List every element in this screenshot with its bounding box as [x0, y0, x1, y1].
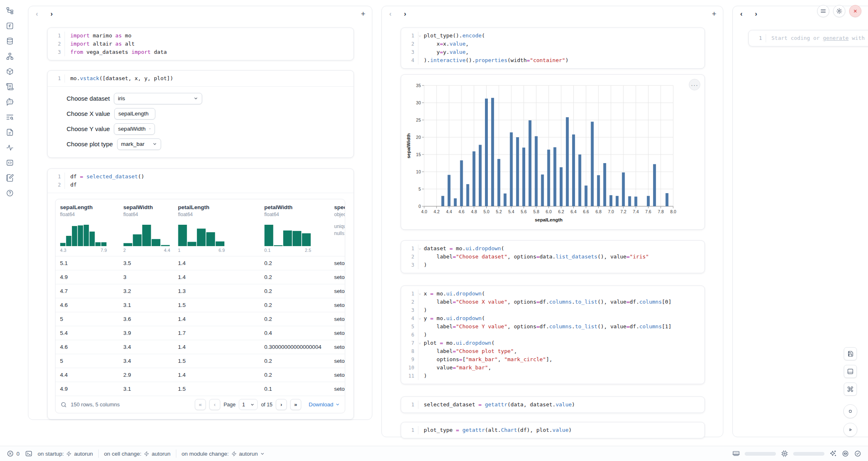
move-column-left-button[interactable]: ‹	[740, 10, 743, 17]
code-editor[interactable]: 1df = selected_dataset()2df	[48, 169, 353, 193]
code-line[interactable]: 3from vega_datasets import data	[48, 48, 348, 56]
code-line[interactable]: 1Start coding or generate with AI.	[749, 34, 868, 42]
error-counter[interactable]: 0	[7, 450, 20, 457]
code-line[interactable]: 7˅plot = mo.ui.dropdown(	[401, 339, 699, 347]
help-icon[interactable]	[6, 189, 14, 197]
y-value-dropdown[interactable]: sepalWidth	[114, 123, 155, 135]
outline-tree-icon[interactable]	[6, 7, 14, 15]
code-line[interactable]: 4˅y = mo.ui.dropdown(	[401, 314, 699, 323]
code-line[interactable]: 2df	[48, 181, 348, 189]
save-button[interactable]	[844, 347, 857, 360]
code-line[interactable]: 3 y=y.value,	[401, 48, 699, 56]
code-line[interactable]: 2 x=x.value,	[401, 40, 699, 48]
last-page-button[interactable]: »	[290, 399, 301, 410]
move-column-left-button[interactable]: ‹	[36, 10, 38, 17]
column-header[interactable]: petalWidthfloat640.12.5	[260, 204, 330, 253]
code-line[interactable]: 10 value="mark_bar",	[401, 364, 699, 372]
next-page-button[interactable]: ›	[276, 399, 287, 410]
fold-chevron-icon[interactable]: ˅	[419, 290, 424, 298]
code-line[interactable]: 1mo.vstack([dataset, x, y, plot])	[48, 74, 348, 83]
fold-chevron-icon[interactable]: ˅	[419, 315, 424, 323]
code-editor[interactable]: 1mo.vstack([dataset, x, y, plot])	[48, 71, 353, 86]
code-line[interactable]: 1plot_type = getattr(alt.Chart(df), plot…	[401, 426, 699, 434]
fold-chevron-icon[interactable]: ˅	[419, 245, 424, 253]
scratchpad-icon[interactable]	[6, 174, 14, 182]
code-line[interactable]: 11)	[401, 372, 699, 380]
svg-text:7.2: 7.2	[620, 209, 626, 214]
menu-button[interactable]	[817, 5, 829, 17]
table-cell: 0.4	[260, 330, 330, 336]
code-editor[interactable]: 1Start coding or generate with AI.	[749, 30, 868, 46]
first-page-button[interactable]: «	[195, 399, 206, 410]
code-line[interactable]: 1˅dataset = mo.ui.dropdown(	[401, 244, 699, 253]
copilot-button[interactable]	[842, 450, 849, 457]
on-module-change-setting[interactable]: on module change: autorun	[182, 451, 265, 457]
column-header[interactable]: sepalWidthfloat6424.4	[119, 204, 173, 253]
code-line[interactable]: 1selected_dataset = getattr(data, datase…	[401, 401, 699, 409]
layout-toggle-button[interactable]	[844, 365, 857, 378]
code-line[interactable]: 2 label="Choose dataset", options=data.l…	[401, 253, 699, 261]
cpu-meter[interactable]	[793, 452, 824, 456]
plot-type-dropdown[interactable]: mark_bar	[117, 138, 161, 150]
code-line[interactable]: 3)	[401, 261, 699, 269]
code-line[interactable]: 1import marimo as mo	[48, 32, 348, 40]
ai-sparkles-button[interactable]	[829, 450, 837, 457]
code-line[interactable]: 2import altair as alt	[48, 40, 348, 48]
terminal-button[interactable]	[25, 450, 32, 457]
move-column-left-button[interactable]: ‹	[389, 10, 392, 17]
ai-chat-icon[interactable]	[6, 98, 14, 106]
run-button[interactable]	[843, 423, 857, 437]
code-line[interactable]: 9 options=["mark_bar", "mark_circle"],	[401, 355, 699, 364]
code-editor[interactable]: 1˅plot_type().encode(2 x=x.value,3 y=y.v…	[401, 28, 704, 68]
snippets-icon[interactable]	[6, 159, 14, 167]
dataset-dropdown[interactable]: iris	[114, 93, 202, 104]
move-column-right-button[interactable]: ›	[404, 10, 406, 17]
fold-chevron-icon[interactable]: ˅	[419, 339, 424, 348]
move-column-right-button[interactable]: ›	[755, 10, 757, 17]
code-line[interactable]: 1˅x = mo.ui.dropdown(	[401, 290, 699, 298]
add-cell-button[interactable]: +	[712, 10, 716, 18]
fold-chevron-icon[interactable]: ˅	[419, 32, 424, 40]
code-line[interactable]: 2 label="Choose X value", options=df.col…	[401, 298, 699, 306]
column-header[interactable]: petalLengthfloat6416.9	[173, 204, 260, 253]
variables-icon[interactable]	[6, 52, 14, 60]
ram-meter[interactable]	[745, 452, 776, 456]
column-header[interactable]: sepalLengthfloat644.37.9	[55, 204, 119, 253]
search-icon[interactable]	[60, 401, 67, 408]
code-editor[interactable]: 1import marimo as mo2import altair as al…	[48, 28, 353, 60]
functions-icon[interactable]	[6, 22, 14, 30]
code-line[interactable]: 5 label="Choose Y value", options=df.col…	[401, 323, 699, 331]
connection-status-button[interactable]	[854, 450, 861, 457]
chart-menu-button[interactable]: ···	[689, 79, 700, 90]
documentation-icon[interactable]	[6, 128, 14, 136]
tracing-icon[interactable]	[6, 143, 14, 152]
code-line[interactable]: 8 label="Choose plot type",	[401, 347, 699, 355]
add-cell-button[interactable]: +	[361, 10, 365, 18]
move-column-right-button[interactable]: ›	[51, 10, 53, 17]
packages-icon[interactable]	[6, 67, 14, 76]
on-cell-change-setting[interactable]: on cell change: autorun	[104, 451, 171, 457]
page-select[interactable]: 1	[239, 399, 258, 410]
code-line[interactable]: 1˅plot_type().encode(	[401, 32, 699, 40]
scripts-icon[interactable]	[6, 83, 14, 91]
console-button[interactable]	[843, 404, 857, 418]
code-editor[interactable]: 1selected_dataset = getattr(data, datase…	[401, 397, 704, 413]
code-editor[interactable]: 1˅dataset = mo.ui.dropdown(2 label="Choo…	[401, 241, 704, 273]
on-startup-setting[interactable]: on startup: autorun	[38, 451, 93, 457]
code-line[interactable]: 6)	[401, 331, 699, 339]
shutdown-button[interactable]	[849, 5, 861, 17]
code-editor[interactable]: 1˅x = mo.ui.dropdown(2 label="Choose X v…	[401, 286, 704, 384]
code-line[interactable]: 4).interactive().properties(width="conta…	[401, 56, 699, 65]
code-editor[interactable]: 1plot_type = getattr(alt.Chart(df), plot…	[401, 422, 704, 438]
settings-button[interactable]	[833, 5, 845, 17]
logs-icon[interactable]	[6, 113, 14, 121]
column-header[interactable]: speciesobjectunique:nulls:	[330, 204, 345, 253]
download-button[interactable]: Download	[309, 401, 340, 408]
prev-page-button[interactable]: ‹	[209, 399, 220, 410]
bar-chart[interactable]: 051015202530354.04.24.44.64.85.05.25.45.…	[405, 81, 701, 226]
keyboard-shortcuts-button[interactable]	[844, 383, 857, 396]
code-line[interactable]: 3)	[401, 306, 699, 314]
x-value-dropdown[interactable]: sepalLength	[114, 108, 155, 120]
code-line[interactable]: 1df = selected_dataset()	[48, 173, 348, 181]
datasources-icon[interactable]	[6, 37, 14, 45]
